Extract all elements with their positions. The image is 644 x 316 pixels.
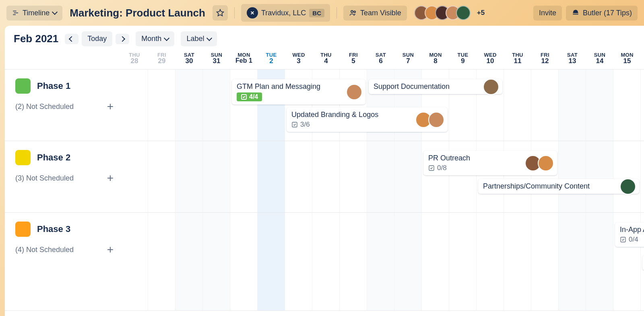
visibility-label: Team Visible: [360, 9, 401, 17]
grid-column: [121, 70, 148, 141]
grid-column: [258, 213, 285, 310]
chevron-down-icon: [164, 35, 169, 41]
zoom-select[interactable]: Month: [136, 31, 174, 46]
grid-column: [394, 141, 422, 212]
add-card-button[interactable]: +: [107, 244, 114, 255]
lane-color-swatch: [15, 222, 31, 237]
visibility-button[interactable]: Team Visible: [343, 6, 407, 21]
grid-column: [121, 213, 148, 310]
team-icon: [349, 9, 357, 17]
grid-column: [121, 141, 148, 212]
avatar[interactable]: [456, 6, 471, 20]
star-button[interactable]: [213, 5, 228, 21]
today-button[interactable]: Today: [82, 31, 112, 46]
timeline-card[interactable]: GTM Plan and Messaging4/4: [232, 79, 365, 105]
add-card-button[interactable]: +: [107, 101, 114, 112]
grid-column: [394, 213, 422, 310]
grid-column: [175, 70, 203, 141]
day-header: SAT6: [367, 50, 394, 69]
next-button[interactable]: [116, 34, 129, 44]
grid-column: [203, 70, 230, 141]
grid-column: [175, 213, 203, 310]
card-avatars: [483, 79, 499, 95]
svg-rect-10: [621, 237, 625, 242]
not-scheduled-label[interactable]: (3) Not Scheduled: [15, 174, 74, 183]
grid-column: [613, 141, 641, 212]
month-label: Feb 2021: [14, 33, 58, 45]
day-header: TUE2: [258, 50, 285, 69]
lane-grid[interactable]: PR Outreach0/8Partnerships/Community Con…: [121, 141, 644, 212]
grid-column: [586, 213, 613, 310]
lane: Phase 2(3) Not Scheduled+PR Outreach0/8P…: [5, 141, 644, 213]
prev-button[interactable]: [65, 34, 78, 44]
grid-column: [340, 213, 367, 310]
org-button[interactable]: Travidux, LLC BC: [241, 4, 330, 22]
lane-title: Phase 3: [15, 222, 114, 237]
org-logo: [247, 7, 258, 18]
lane-color-swatch: [15, 150, 31, 165]
grid-column: [203, 213, 230, 310]
timeline-card[interactable]: PR Outreach0/8: [423, 151, 557, 175]
day-header: SUN7: [394, 50, 422, 69]
day-header: WED10: [477, 50, 504, 69]
timeline-card[interactable]: Partnerships/Community Content: [478, 179, 639, 194]
svg-rect-8: [292, 122, 297, 127]
grid-column: [504, 213, 531, 310]
grid-column: [559, 213, 586, 310]
card-title: Support Documentation: [374, 82, 497, 91]
not-scheduled-label[interactable]: (2) Not Scheduled: [15, 103, 74, 111]
day-header: TUE16: [641, 50, 644, 69]
invite-button[interactable]: Invite: [533, 6, 562, 21]
org-name: Travidux, LLC: [261, 9, 306, 17]
lane: Phase 1(2) Not Scheduled+GTM Plan and Me…: [5, 70, 644, 141]
timeline-card[interactable]: Upload Tutorial Videos: [642, 255, 644, 270]
grid-column: [230, 213, 258, 310]
member-avatars[interactable]: [414, 6, 471, 20]
grid-column: [230, 141, 258, 212]
not-scheduled-label[interactable]: (4) Not Scheduled: [15, 246, 74, 254]
checklist-badge: 3/6: [291, 121, 310, 129]
checklist-badge: 0/8: [428, 164, 447, 172]
timeline-icon: [12, 9, 19, 16]
grid-column: [641, 70, 644, 141]
svg-point-5: [351, 10, 353, 12]
lane-grid[interactable]: GTM Plan and Messaging4/4Support Documen…: [121, 70, 644, 141]
grid-column: [559, 70, 586, 141]
day-header: SUN14: [586, 50, 613, 69]
grid-column: [148, 70, 175, 141]
butler-button[interactable]: Butler (17 Tips): [566, 6, 638, 21]
timeline-card[interactable]: In-App Announcement0/4: [615, 222, 644, 247]
avatar: [346, 84, 362, 100]
group-select[interactable]: Label: [181, 31, 217, 46]
grid-column: [449, 213, 477, 310]
board-title[interactable]: Marketing: Product Launch: [70, 7, 205, 19]
divider: [234, 7, 235, 18]
star-icon: [216, 9, 224, 17]
avatar: [428, 112, 444, 128]
grid-column: [340, 141, 367, 212]
lane-grid[interactable]: In-App Announcement0/4Upload Tutorial Vi…: [121, 213, 644, 310]
grid-column: [367, 141, 394, 212]
avatar: [538, 155, 554, 171]
day-header: SAT30: [175, 50, 203, 69]
lane-title: Phase 2: [15, 150, 114, 165]
timeline-card[interactable]: Updated Branding & Logos3/6: [287, 107, 448, 132]
day-header: WED3: [285, 50, 312, 69]
day-header: MONFeb 1: [230, 50, 258, 69]
avatar: [620, 179, 636, 195]
card-title: GTM Plan and Messaging: [237, 82, 361, 91]
butler-icon: [572, 9, 580, 17]
grid-column: [285, 213, 312, 310]
card-avatars: [620, 179, 636, 195]
svg-rect-9: [429, 166, 434, 170]
day-header: THU11: [504, 50, 531, 69]
view-switcher[interactable]: Timeline: [6, 6, 62, 21]
member-overflow[interactable]: +5: [477, 9, 485, 17]
day-header: THU4: [312, 50, 340, 69]
day-header: SAT13: [559, 50, 586, 69]
timeline-card[interactable]: Support Documentation: [369, 79, 502, 94]
chevron-left-icon: [69, 36, 74, 41]
grid-column: [641, 141, 644, 212]
day-header: MON8: [422, 50, 449, 69]
add-card-button[interactable]: +: [107, 172, 114, 184]
